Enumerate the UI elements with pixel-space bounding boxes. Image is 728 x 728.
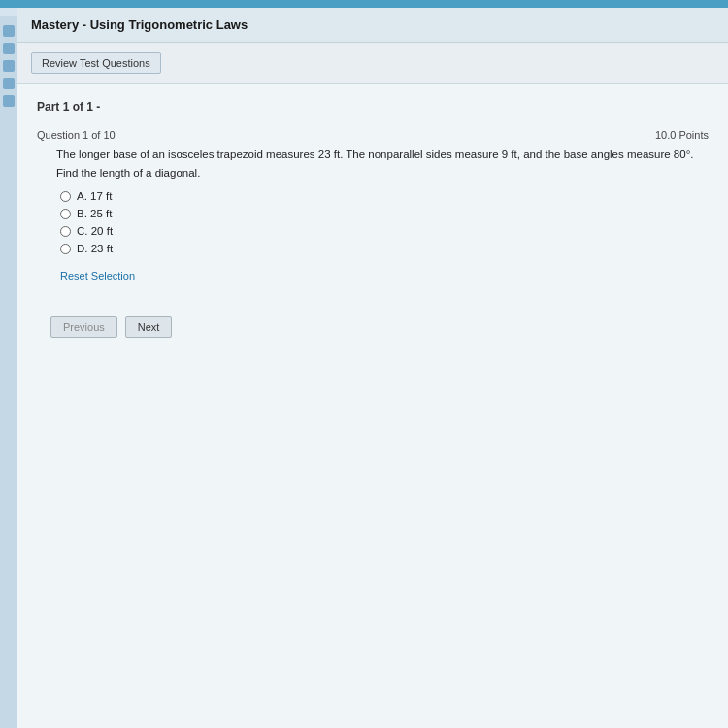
sidebar [0,16,17,728]
answer-option-d[interactable]: D. 23 ft [60,243,709,254]
reset-selection-link[interactable]: Reset Selection [37,270,135,281]
nav-buttons: Previous Next [37,311,709,344]
sidebar-icon-5 [3,95,15,107]
radio-d[interactable] [60,244,71,254]
radio-b[interactable] [60,209,71,219]
sidebar-icon-2 [3,43,15,54]
sidebar-icon-4 [3,78,15,89]
answer-option-b[interactable]: B. 25 ft [60,208,709,219]
radio-c[interactable] [60,226,71,237]
question-block: Question 1 of 10 10.0 Points The longer … [37,129,709,301]
option-label-c: C. 20 ft [77,225,113,237]
page-header: Mastery - Using Trigonometric Laws [17,8,728,43]
question-points: 10.0 Points [655,129,709,141]
page-title: Mastery - Using Trigonometric Laws [31,17,248,32]
sidebar-icon-1 [3,25,15,37]
next-button[interactable]: Next [125,316,173,338]
previous-button[interactable]: Previous [50,316,117,338]
option-label-a: A. 17 ft [77,190,112,202]
question-subtext: Find the length of a diagonal. [37,167,709,179]
content-area: Part 1 of 1 - Question 1 of 10 10.0 Poin… [17,84,728,359]
question-number: Question 1 of 10 [37,129,116,141]
answer-option-c[interactable]: C. 20 ft [60,225,709,237]
radio-a[interactable] [60,191,71,202]
review-test-questions-button[interactable]: Review Test Questions [31,52,161,74]
answer-option-a[interactable]: A. 17 ft [60,190,709,202]
option-label-b: B. 25 ft [77,208,112,219]
option-label-d: D. 23 ft [77,243,113,254]
answer-options: A. 17 ft B. 25 ft C. 20 ft D. 23 ft [37,190,709,254]
part-label: Part 1 of 1 - [37,100,709,114]
sidebar-icon-3 [3,60,15,72]
question-text: The longer base of an isosceles trapezoi… [37,147,709,163]
question-meta: Question 1 of 10 10.0 Points [37,129,709,141]
toolbar: Review Test Questions [17,43,728,84]
top-bar [0,0,728,8]
